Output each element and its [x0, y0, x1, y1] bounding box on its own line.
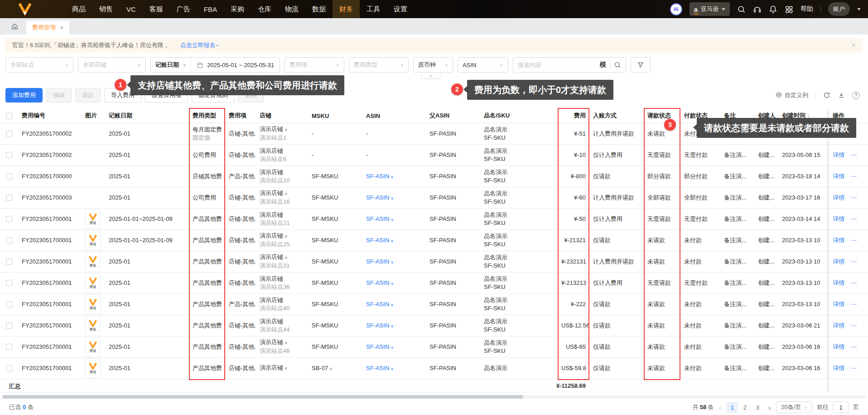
- tab-close-icon[interactable]: ×: [60, 24, 63, 31]
- table-row[interactable]: FY2023051700001 赛狐 2025-01 产品其他费 店铺-其他..…: [0, 251, 868, 272]
- detail-link[interactable]: 详情: [833, 258, 845, 265]
- collapse-filters-button[interactable]: ▲: [421, 73, 440, 78]
- expand-shop-icon[interactable]: ∨: [285, 191, 288, 196]
- detail-link[interactable]: 详情: [833, 194, 845, 201]
- product-image[interactable]: 赛狐: [85, 252, 101, 272]
- help-circle-icon[interactable]: ?: [852, 92, 860, 99]
- prev-page-button[interactable]: ‹: [718, 404, 722, 411]
- announcement-signup-link[interactable]: 点击立即报名~: [180, 41, 219, 49]
- date-type-select[interactable]: 记账日期∨: [151, 61, 191, 69]
- asin-link[interactable]: SF-ASIN: [366, 322, 389, 329]
- row-checkbox[interactable]: [6, 237, 12, 244]
- topnav-item-广告[interactable]: 广告: [170, 0, 197, 18]
- detail-link[interactable]: 详情: [833, 322, 845, 329]
- row-checkbox[interactable]: [6, 173, 12, 180]
- expand-asin-icon[interactable]: ∨: [391, 239, 394, 243]
- app-logo[interactable]: [0, 0, 50, 18]
- row-checkbox[interactable]: [6, 216, 12, 222]
- row-checkbox[interactable]: [6, 195, 12, 201]
- topnav-item-商品[interactable]: 商品: [65, 0, 92, 18]
- detail-link[interactable]: 详情: [833, 215, 845, 222]
- page-button-1[interactable]: 1: [727, 402, 738, 413]
- detail-link[interactable]: 详情: [833, 301, 845, 308]
- date-range-input[interactable]: 2025-05-01 ~ 2025-05-31: [191, 62, 280, 68]
- asin-link[interactable]: SF-ASIN: [366, 237, 389, 244]
- account-button[interactable]: 账户: [828, 2, 850, 16]
- asin-link[interactable]: SF-ASIN: [366, 173, 389, 180]
- detail-link[interactable]: 详情: [833, 237, 845, 244]
- fuzzy-match-toggle[interactable]: 模: [600, 61, 606, 69]
- page-button-3[interactable]: 3: [752, 402, 763, 413]
- more-actions-icon[interactable]: ⋯: [851, 151, 857, 158]
- expand-asin-icon[interactable]: ∨: [391, 196, 394, 200]
- row-checkbox[interactable]: [6, 344, 12, 350]
- fee-item-select[interactable]: 费用项∨: [285, 57, 344, 73]
- more-actions-icon[interactable]: ⋯: [851, 237, 857, 244]
- expand-asin-icon[interactable]: ∨: [391, 303, 394, 307]
- topnav-item-仓库[interactable]: 仓库: [251, 0, 278, 18]
- more-actions-icon[interactable]: ⋯: [851, 194, 857, 201]
- row-checkbox[interactable]: [6, 280, 12, 286]
- search-submit-icon[interactable]: [614, 61, 621, 68]
- expand-shop-icon[interactable]: ∨: [285, 341, 288, 345]
- expand-asin-icon[interactable]: ∨: [391, 366, 394, 371]
- expand-shop-icon[interactable]: ∨: [285, 255, 288, 260]
- topnav-item-工具[interactable]: 工具: [360, 0, 387, 18]
- expand-asin-icon[interactable]: ∨: [391, 175, 394, 179]
- product-image[interactable]: 赛狐: [85, 209, 101, 229]
- detail-link[interactable]: 详情: [833, 343, 845, 350]
- expand-asin-icon[interactable]: ∨: [391, 260, 394, 264]
- support-headset-icon[interactable]: [753, 5, 762, 14]
- row-checkbox[interactable]: [6, 152, 12, 158]
- refresh-button[interactable]: [823, 92, 830, 99]
- asin-link[interactable]: SF-ASIN: [366, 279, 389, 286]
- asin-link[interactable]: SF-ASIN: [366, 343, 389, 350]
- topnav-item-FBA[interactable]: FBA: [197, 0, 224, 18]
- apps-grid-icon[interactable]: [785, 5, 793, 14]
- add-fee-button[interactable]: 添加费用: [5, 88, 43, 103]
- expand-msku-icon[interactable]: ∨: [329, 366, 333, 371]
- topnav-item-设置[interactable]: 设置: [387, 0, 414, 18]
- expand-asin-icon[interactable]: ∨: [391, 345, 394, 350]
- detail-link[interactable]: 详情: [833, 365, 845, 371]
- account-caret-icon[interactable]: [857, 8, 861, 10]
- table-row[interactable]: FY2023051700001 赛狐 2025-01 产品其他费 店铺-其他..…: [0, 272, 868, 293]
- more-actions-icon[interactable]: ⋯: [851, 322, 857, 329]
- more-actions-icon[interactable]: ⋯: [851, 173, 857, 180]
- table-row[interactable]: FY2023051700001 赛狐 2025-01 产品其他费 产品-其他..…: [0, 293, 868, 315]
- more-actions-icon[interactable]: ⋯: [851, 258, 857, 265]
- asin-link[interactable]: SF-ASIN: [366, 194, 389, 201]
- page-size-select[interactable]: 20条/页 ∨: [776, 401, 812, 413]
- topnav-item-VC[interactable]: VC: [120, 0, 143, 18]
- notifications-bell-icon[interactable]: [769, 5, 777, 14]
- more-actions-icon[interactable]: ⋯: [851, 343, 857, 350]
- product-image[interactable]: 赛狐: [85, 337, 101, 357]
- topnav-item-物流[interactable]: 物流: [278, 0, 305, 18]
- claim-button[interactable]: 请款: [75, 88, 101, 103]
- product-image[interactable]: 赛狐: [85, 273, 101, 293]
- product-image[interactable]: 赛狐: [85, 230, 101, 250]
- table-row[interactable]: FY2023051700002 2025-01 公司费用 店铺-其他... 演示…: [0, 144, 868, 166]
- row-checkbox[interactable]: [6, 259, 12, 265]
- more-actions-icon[interactable]: ⋯: [851, 301, 857, 308]
- row-checkbox[interactable]: [6, 301, 12, 308]
- table-row[interactable]: FY2023051700001 赛狐 2025-01-01~2025-01-09…: [0, 229, 868, 251]
- more-actions-icon[interactable]: ⋯: [851, 279, 857, 286]
- ai-assistant-button[interactable]: AI: [670, 3, 682, 15]
- expand-shop-icon[interactable]: ∨: [285, 234, 288, 239]
- select-all-checkbox[interactable]: [6, 113, 12, 119]
- edit-button[interactable]: 编辑: [46, 88, 72, 103]
- asin-link[interactable]: SF-ASIN: [366, 258, 389, 265]
- more-actions-icon[interactable]: ⋯: [851, 215, 857, 222]
- advanced-filter-button[interactable]: [631, 57, 651, 73]
- expand-shop-icon[interactable]: ∨: [285, 366, 288, 371]
- detail-link[interactable]: 详情: [833, 279, 845, 286]
- horizontal-scrollbar-thumb[interactable]: [2, 395, 523, 399]
- marketplace-selector[interactable]: a 亚马逊: [690, 2, 730, 16]
- product-image[interactable]: 赛狐: [85, 316, 101, 336]
- site-select[interactable]: 全部站点∨: [5, 57, 73, 73]
- expand-asin-icon[interactable]: ∨: [391, 217, 394, 222]
- table-row[interactable]: FY2023051700001 赛狐 2025-01 产品其他费 店铺-其他..…: [0, 315, 868, 336]
- table-row[interactable]: FY2023051700003 2025-01 公司费用 店铺-其他... 演示…: [0, 187, 868, 208]
- topnav-item-数据[interactable]: 数据: [305, 0, 333, 18]
